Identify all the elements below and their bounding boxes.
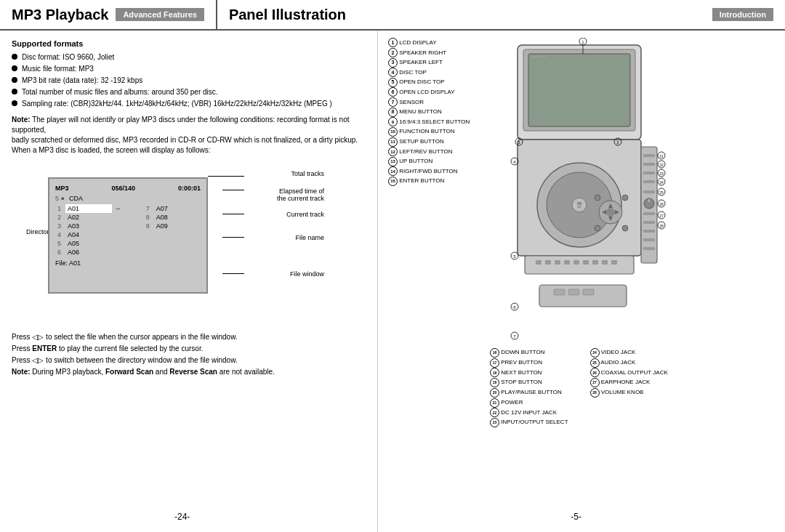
svg-rect-48 bbox=[583, 289, 594, 295]
page-number-left: -24- bbox=[174, 512, 190, 522]
svg-rect-51 bbox=[643, 163, 655, 166]
bullet-dot-icon bbox=[12, 54, 17, 60]
svg-rect-35 bbox=[525, 256, 634, 274]
svg-text:28: 28 bbox=[659, 224, 664, 228]
svg-rect-40 bbox=[573, 260, 579, 265]
label-item: 28 VOLUME KNOB bbox=[590, 387, 668, 398]
svg-rect-52 bbox=[643, 172, 655, 174]
svg-rect-41 bbox=[583, 260, 589, 265]
label-item: 20 PLAY/PAUSE BUTTON bbox=[490, 387, 568, 398]
label-item: 13 UP BUTTON bbox=[388, 156, 490, 166]
callout-line-1 bbox=[208, 176, 244, 177]
label-item: 15 ENTER BUTTON bbox=[388, 176, 490, 186]
svg-rect-61 bbox=[643, 247, 655, 250]
svg-rect-60 bbox=[643, 238, 655, 241]
label-item: 7 SENSOR bbox=[388, 97, 490, 108]
svg-rect-53 bbox=[643, 180, 655, 183]
table-row: 2 A02 8 A08 bbox=[55, 213, 201, 222]
numbered-labels: 1 LCD DISPLAY 2 SPEAKER RIGHT 3 SPEAKER … bbox=[388, 38, 490, 344]
bottom-labels-area: 16 DOWN BUTTON 17 PREV BUTTON 18 NEXT BU… bbox=[490, 347, 775, 427]
label-item: 26 COAXIAL OUTPUT JACK bbox=[590, 368, 668, 378]
mp3-label: MP3 bbox=[55, 185, 69, 192]
bullet-dot-icon bbox=[12, 77, 17, 83]
label-item: 24 VIDEO JACK bbox=[590, 347, 668, 358]
bullet-item: Total number of music files and albums: … bbox=[12, 87, 366, 97]
table-row: 5 A05 bbox=[55, 239, 201, 248]
label-item: 16 DOWN BUTTON bbox=[490, 347, 568, 358]
label-item: 14 RIGHT/FWD BUTTON bbox=[388, 166, 490, 177]
bullet-item: Disc format: ISO 9660, Joliet bbox=[12, 52, 366, 63]
label-item: 23 INPUT/OUTPUT SELECT bbox=[490, 417, 568, 427]
label-item: 11 SETUP BUTTON bbox=[388, 137, 490, 147]
page-number-right: -5- bbox=[571, 512, 581, 522]
panel-illustration-area: 1 LCD DISPLAY 2 SPEAKER RIGHT 3 SPEAKER … bbox=[388, 38, 775, 344]
elapsed-time: 0:00:01 bbox=[178, 185, 201, 192]
label-item: 6 OPEN LCD DISPLAY bbox=[388, 87, 490, 97]
svg-point-34 bbox=[622, 225, 628, 231]
svg-rect-43 bbox=[602, 260, 608, 265]
svg-text:26: 26 bbox=[659, 202, 664, 206]
note-text: Note: The player will not identify or pl… bbox=[12, 115, 366, 156]
svg-text:21: 21 bbox=[659, 154, 664, 158]
svg-rect-54 bbox=[643, 190, 655, 193]
svg-rect-57 bbox=[643, 212, 655, 215]
svg-rect-58 bbox=[643, 221, 655, 224]
svg-rect-50 bbox=[643, 154, 655, 157]
mp3-footer: File: A01 bbox=[55, 259, 201, 267]
bullet-item: MP3 bit rate (data rate): 32 -192 kbps bbox=[12, 76, 366, 86]
label-item: 9 16:9/4:3 SELECT BUTTON bbox=[388, 117, 490, 127]
svg-rect-36 bbox=[536, 260, 542, 265]
bottom-labels-left: 16 DOWN BUTTON 17 PREV BUTTON 18 NEXT BU… bbox=[490, 347, 568, 427]
header-left: MP3 Playback Advanced Features bbox=[0, 0, 216, 29]
table-row: 3 A03 9 A09 bbox=[55, 222, 201, 230]
svg-text:24: 24 bbox=[659, 180, 664, 185]
section-title: Supported formats bbox=[12, 39, 366, 48]
mp3-screen: MP3 056/140 0:00:01 5 ● CDA 1 A01 → 7 A0… bbox=[48, 177, 208, 294]
svg-rect-2 bbox=[528, 54, 630, 126]
callout-line-4 bbox=[222, 237, 244, 238]
label-item: 22 DC 12V INPUT JACK bbox=[490, 408, 568, 418]
table-row: 1 A01 → 7 A07 bbox=[55, 204, 201, 213]
mp3-diagram: Directory MP3 056/140 0:00:01 5 ● CDA 1 … bbox=[26, 163, 331, 323]
svg-text:22: 22 bbox=[659, 163, 664, 167]
left-badge: Advanced Features bbox=[116, 8, 204, 21]
label-item: 1 LCD DISPLAY bbox=[388, 38, 490, 48]
svg-rect-45 bbox=[539, 285, 627, 307]
callout-total-tracks: Total tracks bbox=[291, 170, 324, 177]
label-item: 27 EARPHONE JACK bbox=[590, 377, 668, 387]
bullet-dot-icon bbox=[12, 65, 17, 71]
label-item: 8 MENU BUTTON bbox=[388, 107, 490, 117]
label-item: 17 PREV BUTTON bbox=[490, 358, 568, 368]
press-instructions: Press ◁▷ to select the file when the cur… bbox=[12, 331, 366, 378]
svg-text:23: 23 bbox=[659, 172, 664, 176]
svg-point-32 bbox=[622, 195, 628, 201]
svg-rect-46 bbox=[554, 289, 565, 295]
header: MP3 Playback Advanced Features Panel Ill… bbox=[0, 0, 785, 31]
device-svg: 1 bbox=[496, 38, 670, 343]
mp3-file-table: 1 A01 → 7 A07 2 A02 8 A08 3 bbox=[55, 204, 201, 257]
right-panel: 1 LCD DISPLAY 2 SPEAKER RIGHT 3 SPEAKER … bbox=[378, 31, 785, 532]
label-item: 3 SPEAKER LEFT bbox=[388, 57, 490, 68]
svg-rect-47 bbox=[568, 289, 579, 295]
svg-text:dvd: dvd bbox=[574, 203, 583, 208]
svg-point-33 bbox=[595, 225, 600, 231]
callout-filename: File name bbox=[295, 234, 324, 241]
label-item: 5 OPEN DISC TOP bbox=[388, 77, 490, 87]
left-panel: Supported formats Disc format: ISO 9660,… bbox=[0, 31, 378, 532]
label-item: 4 DISC TOP bbox=[388, 68, 490, 78]
bullet-item: Sampling rate: (CBR)32kHz/44. 1kHz/48kHz… bbox=[12, 99, 366, 109]
callout-line-3 bbox=[222, 214, 244, 214]
right-page-title: Panel Illustration bbox=[229, 7, 346, 23]
label-item: 18 NEXT BUTTON bbox=[490, 368, 568, 378]
bullet-dot-icon bbox=[12, 100, 17, 106]
callout-filewindow: File window bbox=[290, 270, 324, 278]
bullet-item: Music file format: MP3 bbox=[12, 64, 366, 74]
svg-rect-38 bbox=[555, 260, 560, 265]
main-content: Supported formats Disc format: ISO 9660,… bbox=[0, 31, 785, 532]
label-item: 21 POWER bbox=[490, 398, 568, 408]
svg-text:1: 1 bbox=[581, 40, 584, 44]
label-item: 19 STOP BUTTON bbox=[490, 377, 568, 387]
svg-rect-37 bbox=[545, 260, 551, 265]
callout-line-2 bbox=[222, 190, 244, 190]
bullet-dot-icon bbox=[12, 89, 17, 94]
